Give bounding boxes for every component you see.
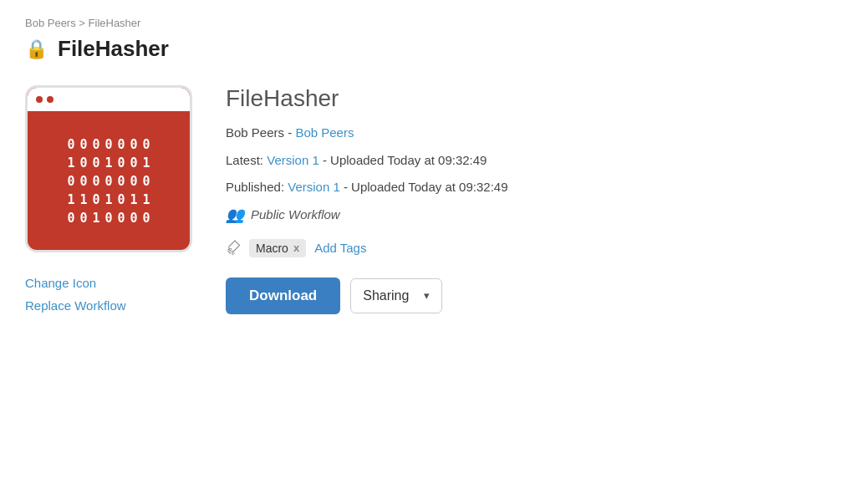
page-title: FileHasher	[58, 36, 169, 62]
tag-remove-button[interactable]: x	[293, 242, 299, 254]
main-content: 0 0 0 0 0 0 0 1 0 0 1 0 0 1	[25, 85, 831, 314]
latest-version-line: Latest: Version 1 - Uploaded Today at 09…	[226, 151, 831, 171]
tags-row: 🏷 Macro x Add Tags	[226, 239, 831, 257]
latest-label: Latest:	[226, 153, 263, 167]
download-button[interactable]: Download	[226, 277, 340, 314]
breadcrumb-separator: >	[79, 17, 85, 29]
breadcrumb: Bob Peers > FileHasher	[25, 17, 831, 29]
published-label: Published:	[226, 180, 284, 194]
public-workflow-line: 👥 Public Workflow	[226, 206, 831, 224]
chevron-down-icon: ▾	[424, 289, 430, 302]
tag-badge: Macro x	[249, 239, 306, 257]
published-version-link[interactable]: Version 1	[288, 180, 340, 194]
author-link[interactable]: Bob Peers	[295, 125, 354, 140]
binary-row: 1 1 0 1 0 1 1	[67, 192, 150, 207]
latest-version-link[interactable]: Version 1	[267, 153, 319, 167]
latest-suffix: - Uploaded Today at 09:32:49	[323, 153, 487, 167]
icon-top-bar	[28, 88, 190, 111]
icon-dot-2	[47, 96, 54, 103]
lock-icon: 🔒	[25, 38, 48, 60]
replace-workflow-link[interactable]: Replace Workflow	[25, 298, 126, 313]
author-line: Bob Peers - Bob Peers	[226, 124, 831, 143]
binary-grid: 0 0 0 0 0 0 0 1 0 0 1 0 0 1	[67, 137, 150, 226]
people-icon: 👥	[226, 206, 244, 224]
binary-row: 0 0 0 0 0 0 0	[67, 174, 150, 189]
left-panel: 0 0 0 0 0 0 0 1 0 0 1 0 0 1	[25, 85, 192, 313]
breadcrumb-user: Bob Peers	[25, 17, 76, 29]
binary-row: 0 0 0 0 0 0 0	[67, 137, 150, 152]
published-version-line: Published: Version 1 - Uploaded Today at…	[226, 178, 831, 197]
add-tags-link[interactable]: Add Tags	[314, 241, 366, 255]
binary-row: 1 0 0 1 0 0 1	[67, 155, 150, 171]
right-panel: FileHasher Bob Peers - Bob Peers Latest:…	[226, 85, 831, 314]
workflow-icon-container: 0 0 0 0 0 0 0 1 0 0 1 0 0 1	[25, 85, 192, 252]
tag-label: Macro	[256, 242, 288, 255]
breadcrumb-current: FileHasher	[89, 17, 141, 29]
binary-row: 0 0 1 0 0 0 0	[67, 211, 150, 226]
page-header: 🔒 FileHasher	[25, 36, 831, 62]
tag-icon: 🏷	[222, 237, 245, 260]
icon-dot-1	[36, 96, 43, 103]
author-dash: -	[288, 125, 295, 140]
sharing-label: Sharing	[363, 288, 409, 303]
sharing-dropdown[interactable]: Sharing ▾	[350, 278, 442, 313]
workflow-name: FileHasher	[226, 85, 831, 112]
published-suffix: - Uploaded Today at 09:32:49	[344, 180, 508, 194]
visibility-label: Public Workflow	[251, 207, 340, 221]
action-row: Download Sharing ▾	[226, 277, 831, 314]
author-label: Bob Peers	[226, 125, 284, 140]
change-icon-link[interactable]: Change Icon	[25, 276, 96, 290]
